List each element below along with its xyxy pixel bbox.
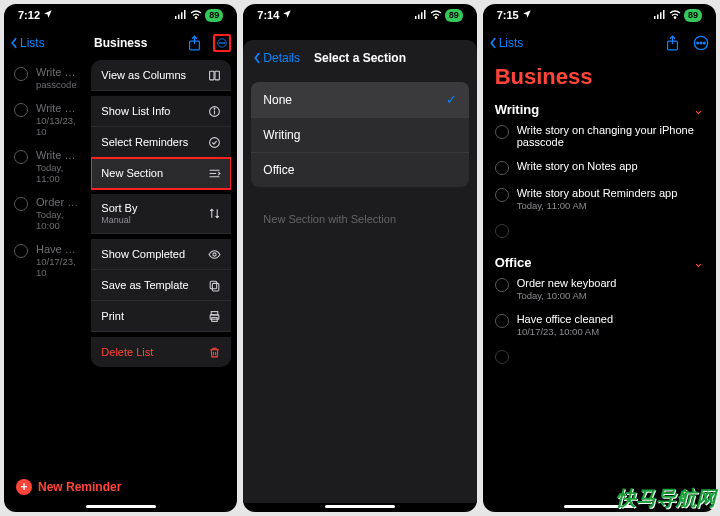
back-button[interactable]: Lists [10,36,45,50]
section-header-office[interactable]: Office ⌄ [483,249,716,272]
plus-icon: + [16,479,32,495]
svg-rect-33 [663,10,665,19]
reminder-checkbox[interactable] [495,350,509,364]
svg-rect-31 [657,15,659,20]
svg-rect-32 [660,12,662,19]
reminder-checkbox[interactable] [495,314,509,328]
location-icon [282,9,292,21]
svg-rect-27 [421,12,423,19]
svg-rect-3 [184,10,186,19]
home-indicator[interactable] [86,505,156,508]
reminder-checkbox[interactable] [14,150,28,164]
bottom-toolbar: + New Reminder [4,469,237,503]
menu-show-completed[interactable]: Show Completed [91,239,231,270]
menu-show-info[interactable]: Show List Info [91,96,231,127]
menu-select-reminders[interactable]: Select Reminders [91,127,231,158]
reminder-row-empty[interactable] [483,218,716,243]
reminder-row-empty[interactable] [483,344,716,369]
battery-icon: 89 [205,9,223,22]
home-indicator[interactable] [325,505,395,508]
trash-icon [207,345,221,359]
section-icon [207,166,221,180]
new-section-with-selection[interactable]: New Section with Selection [251,203,468,235]
location-icon [522,9,532,21]
status-time: 7:12 [18,9,40,21]
reminder-row[interactable]: Have office cleaned10/17/23, 10:00 AM [483,308,716,342]
signal-icon [654,9,666,21]
location-icon [43,9,53,21]
reminder-checkbox[interactable] [495,188,509,202]
svg-point-15 [209,137,219,147]
status-bar: 7:15 89 [483,4,716,26]
section-header-writing[interactable]: Writing ⌄ [483,96,716,119]
svg-point-7 [220,42,221,43]
reminder-checkbox[interactable] [14,67,28,81]
menu-view-columns[interactable]: View as Columns [91,60,231,91]
back-label: Lists [499,36,524,50]
chevron-down-icon[interactable]: ⌄ [693,255,704,270]
reminder-checkbox[interactable] [495,125,509,139]
eye-icon [207,247,221,261]
svg-point-38 [700,42,702,44]
svg-point-19 [213,252,216,255]
menu-new-section[interactable]: New Section [91,158,231,189]
sort-icon [207,207,221,221]
nav-bar: Lists [483,26,716,60]
modal-title: Select a Section [314,51,406,65]
reminder-checkbox[interactable] [14,244,28,258]
list-title: Business [483,60,716,96]
svg-rect-26 [418,15,420,20]
reminder-row[interactable]: Write story about Reminders appToday, 11… [483,182,716,216]
new-reminder-button[interactable]: + New Reminder [16,479,121,495]
section-option-writing[interactable]: Writing [251,118,468,153]
nav-bar: Lists Business [4,26,237,60]
signal-icon [175,9,187,21]
reminder-checkbox[interactable] [495,278,509,292]
info-icon [207,104,221,118]
share-icon[interactable] [185,34,203,52]
menu-print[interactable]: Print [91,301,231,332]
svg-rect-21 [212,283,219,291]
status-bar: 7:12 89 [4,4,237,26]
template-icon [207,278,221,292]
reminder-row[interactable]: Write storypasscode [4,60,90,96]
reminder-row[interactable]: Order newToday, 10:00 [4,190,90,237]
svg-rect-30 [654,16,656,19]
reminder-row[interactable]: Order new keyboardToday, 10:00 AM [483,272,716,306]
more-icon[interactable] [213,34,231,52]
reminder-row[interactable]: Write story10/13/23, 10 [4,96,90,143]
reminder-checkbox[interactable] [495,161,509,175]
status-time: 7:14 [257,9,279,21]
battery-icon: 89 [445,9,463,22]
reminder-checkbox[interactable] [495,224,509,238]
reminder-row[interactable]: Write storyToday, 11:00 [4,143,90,190]
reminder-checkbox[interactable] [14,197,28,211]
reminder-checkbox[interactable] [14,103,28,117]
chevron-down-icon[interactable]: ⌄ [693,102,704,117]
wifi-icon [190,9,202,21]
reminder-row[interactable]: Write story on changing your iPhone pass… [483,119,716,153]
back-button[interactable]: Lists [489,36,524,50]
modal-sheet: Details Select a Section None ✓ Writing … [243,40,476,503]
svg-point-9 [224,42,225,43]
wifi-icon [669,9,681,21]
menu-sort-by[interactable]: ‹ Sort By Manual [91,194,231,234]
more-icon[interactable] [692,34,710,52]
checkmark-icon: ✓ [446,92,457,107]
signal-icon [415,9,427,21]
section-option-none[interactable]: None ✓ [251,82,468,118]
status-bar: 7:14 89 [243,4,476,26]
menu-save-template[interactable]: Save as Template [91,270,231,301]
home-indicator[interactable] [564,505,634,508]
screenshot-3-list-with-sections: 7:15 89 Lists Business Writing ⌄ Write s… [483,4,716,512]
reminder-row[interactable]: Write story on Notes app [483,155,716,180]
reminder-row[interactable]: Have office10/17/23, 10 [4,237,90,284]
share-icon[interactable] [664,34,682,52]
svg-rect-2 [181,12,183,19]
menu-delete-list[interactable]: Delete List [91,337,231,367]
back-button[interactable]: Details [253,51,300,65]
svg-rect-25 [415,16,417,19]
section-option-office[interactable]: Office [251,153,468,187]
nav-title: Business [94,36,147,50]
screenshot-1-context-menu: 7:12 89 Lists Business [4,4,237,512]
